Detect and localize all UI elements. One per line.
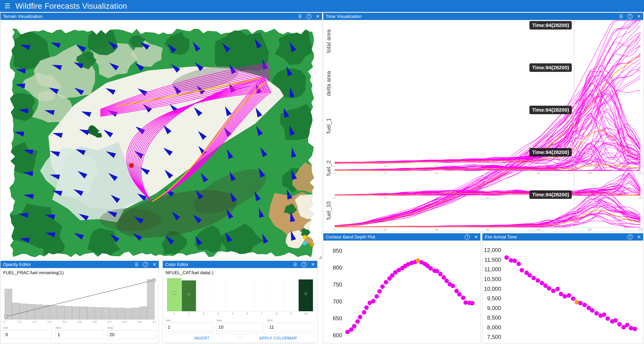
time-plot-area[interactable]: 020406080100120Time:94(28200) bbox=[334, 147, 643, 189]
data-dot[interactable] bbox=[625, 323, 630, 327]
help-icon[interactable]: ? bbox=[628, 234, 632, 240]
transfer-handle-end[interactable] bbox=[152, 279, 156, 282]
apply-colormap-button[interactable]: APPLY COLORMAP bbox=[242, 334, 314, 343]
help-icon[interactable]: ? bbox=[306, 14, 312, 19]
help-icon[interactable]: ? bbox=[143, 262, 148, 267]
close-icon[interactable]: ✕ bbox=[474, 235, 478, 239]
data-dot[interactable] bbox=[454, 289, 459, 293]
data-dot[interactable] bbox=[374, 294, 379, 299]
close-icon[interactable]: ✕ bbox=[311, 262, 315, 267]
max-input[interactable] bbox=[55, 330, 104, 339]
colormap-editor-plot[interactable]: 12345678910 bbox=[166, 277, 314, 316]
data-dot[interactable] bbox=[358, 315, 362, 319]
time-plot-area[interactable]: 020406080100120Time:94(28200) bbox=[334, 62, 643, 105]
close-icon[interactable]: ✕ bbox=[316, 14, 320, 18]
data-dot[interactable] bbox=[512, 259, 517, 263]
data-dot[interactable] bbox=[457, 292, 462, 297]
data-dot[interactable] bbox=[547, 286, 552, 291]
contour-depth-chart-area[interactable]: 600650700750800850 bbox=[323, 241, 480, 343]
data-dot[interactable] bbox=[555, 287, 560, 291]
ignition-point-marker[interactable] bbox=[129, 163, 134, 168]
time-plot-area[interactable]: 020406080100120Time:94(28200) bbox=[334, 105, 643, 147]
data-dot[interactable] bbox=[349, 328, 354, 332]
data-dot[interactable] bbox=[536, 278, 540, 283]
data-dot[interactable] bbox=[428, 266, 433, 271]
data-dot[interactable] bbox=[590, 308, 594, 313]
data-dot[interactable] bbox=[362, 310, 366, 315]
time-plot-area[interactable]: 020406080100120Time:94(28200) bbox=[334, 189, 643, 232]
data-dot[interactable] bbox=[602, 313, 606, 317]
data-dot[interactable] bbox=[442, 275, 446, 280]
data-dot[interactable] bbox=[563, 294, 567, 299]
resize-handle[interactable] bbox=[318, 256, 322, 259]
menu-icon[interactable]: ☰ bbox=[619, 14, 623, 18]
data-dot[interactable] bbox=[371, 299, 376, 303]
swatch-handle[interactable] bbox=[172, 291, 176, 295]
min-input[interactable] bbox=[3, 330, 52, 339]
data-dot[interactable] bbox=[384, 280, 388, 285]
transfer-handle-start[interactable] bbox=[4, 315, 8, 318]
data-dot[interactable] bbox=[606, 316, 610, 321]
data-dot[interactable] bbox=[613, 318, 618, 323]
terrain-map-svg[interactable] bbox=[0, 20, 322, 259]
opacity-panel-header[interactable]: Opacity Editor ☰ ? ✕ bbox=[0, 261, 159, 268]
data-dot[interactable] bbox=[567, 293, 571, 298]
fire-arrival-chart-area[interactable]: 7,5008,0008,5009,0009,50010,00010,50011,… bbox=[482, 241, 643, 343]
data-dot[interactable] bbox=[617, 322, 622, 327]
data-dot[interactable] bbox=[346, 330, 350, 334]
data-dot[interactable] bbox=[444, 279, 449, 283]
data-dot[interactable] bbox=[532, 276, 536, 280]
close-icon[interactable]: ✕ bbox=[637, 235, 641, 239]
help-icon[interactable]: ? bbox=[302, 262, 307, 267]
terrain-3d-canvas[interactable] bbox=[0, 20, 322, 259]
terrain-panel-header[interactable]: Terrain Visualization ☰ ? ✕ bbox=[0, 13, 322, 20]
data-dot[interactable] bbox=[352, 324, 356, 329]
data-dot[interactable] bbox=[540, 281, 544, 285]
color-panel-header[interactable]: Color Editor ☰ ? ✕ bbox=[163, 261, 317, 268]
swatch-handle[interactable] bbox=[187, 293, 190, 296]
contour-panel-header[interactable]: Contour Band Depth Plot ? ✕ bbox=[323, 233, 480, 241]
data-dot[interactable] bbox=[461, 296, 465, 300]
swatch-handle[interactable] bbox=[304, 292, 308, 296]
data-dot[interactable] bbox=[516, 262, 521, 266]
close-icon[interactable]: ✕ bbox=[152, 262, 156, 267]
min-input[interactable] bbox=[166, 323, 213, 332]
fire-panel-header[interactable]: Fire Arrival Time ? ✕ bbox=[482, 233, 643, 241]
data-dot[interactable] bbox=[355, 319, 360, 324]
data-dot[interactable] bbox=[438, 272, 442, 276]
data-dot[interactable] bbox=[571, 296, 576, 301]
data-dot[interactable] bbox=[464, 300, 468, 305]
max-input[interactable] bbox=[216, 323, 264, 332]
help-icon[interactable]: ? bbox=[628, 14, 632, 19]
bins-input[interactable] bbox=[267, 323, 314, 332]
data-dot[interactable] bbox=[582, 303, 587, 307]
invert-button[interactable]: INVERT bbox=[166, 334, 238, 343]
help-icon[interactable]: ? bbox=[465, 234, 470, 240]
bins-input[interactable] bbox=[107, 330, 156, 339]
data-dot[interactable] bbox=[629, 326, 633, 330]
data-dot[interactable] bbox=[633, 327, 637, 331]
menu-icon[interactable]: ☰ bbox=[293, 262, 297, 267]
data-dot[interactable] bbox=[578, 301, 583, 305]
data-dot[interactable] bbox=[594, 311, 599, 316]
data-dot[interactable] bbox=[504, 255, 509, 260]
data-dot[interactable] bbox=[380, 285, 385, 289]
menu-icon[interactable]: ☰ bbox=[134, 262, 138, 267]
data-dot[interactable] bbox=[435, 269, 439, 273]
data-dot[interactable] bbox=[451, 284, 455, 288]
data-dot[interactable] bbox=[520, 268, 524, 273]
time-panel-header[interactable]: Time Visualization ☰ ? ✕ bbox=[323, 13, 643, 20]
data-dot[interactable] bbox=[559, 292, 563, 296]
data-dot[interactable] bbox=[551, 289, 556, 293]
opacity-transfer-function-plot[interactable]: 00.10.20.30.40.50.60.70.80.91.0 bbox=[3, 277, 156, 324]
data-dot[interactable] bbox=[364, 306, 369, 310]
menu-icon[interactable]: ☰ bbox=[298, 14, 302, 18]
data-dot[interactable] bbox=[528, 273, 532, 277]
data-dot[interactable] bbox=[470, 301, 474, 306]
close-icon[interactable]: ✕ bbox=[637, 14, 641, 18]
app-menu-icon[interactable]: ☰ bbox=[4, 3, 10, 9]
time-charts-area[interactable]: total area020406080100120Time:94(28200)d… bbox=[323, 20, 643, 232]
data-dot[interactable] bbox=[377, 289, 382, 294]
time-plot-area[interactable]: 020406080100120Time:94(28200) bbox=[334, 20, 643, 62]
data-dot[interactable] bbox=[544, 284, 548, 288]
